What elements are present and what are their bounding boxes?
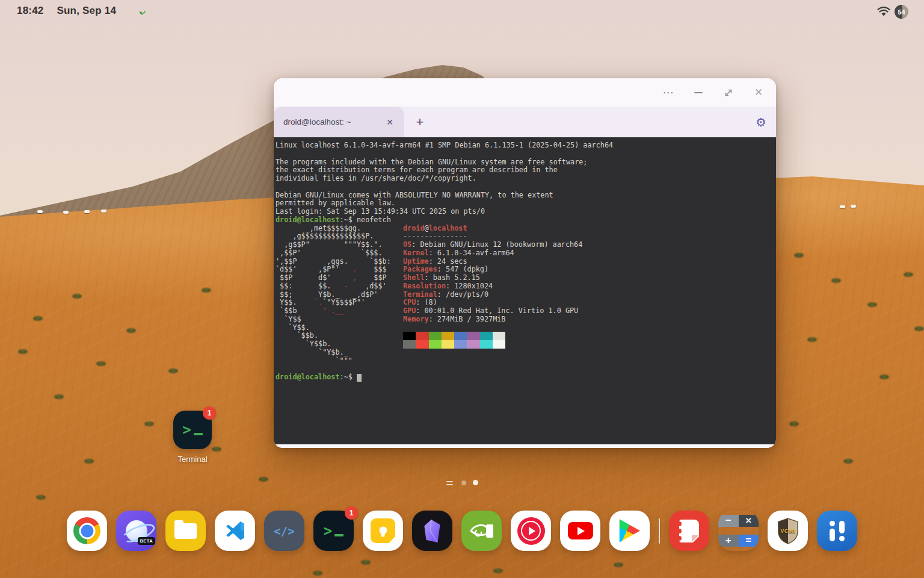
tab-title: droid@localhost: ~ (283, 117, 381, 126)
terminal-window: ⋯ ✕ droid@localhost: ~ ✕ + ⚙ (274, 78, 776, 448)
vcmi-label: VCMI (780, 528, 795, 534)
code-brackets-icon: </> (274, 524, 294, 538)
multiply-glyph: × (739, 515, 759, 527)
wifi-icon (877, 7, 890, 17)
prompt-glyph-icon: > (182, 423, 202, 437)
page-dot-1[interactable] (461, 480, 466, 485)
maximize-button[interactable] (722, 86, 735, 99)
window-bottom-edge (274, 444, 776, 448)
dock-icon-calculator[interactable]: − × + = (718, 511, 759, 551)
neofetch-block: _,met$$$$$gg. ,g$$$$$$$$$$$$$$$P. ,g$$P"… (276, 225, 776, 365)
home-panel-icon[interactable] (446, 481, 453, 485)
dock-icon-google-keep[interactable] (363, 511, 403, 551)
page-dot-2-active[interactable] (473, 480, 478, 485)
folder-icon (174, 523, 197, 539)
neofetch-info: droid@localhost---------------OS: Debian… (403, 225, 582, 349)
close-button[interactable]: ✕ (752, 86, 765, 99)
dock-icon-samsung-internet-beta[interactable]: BETA (116, 511, 156, 551)
dock-divider (659, 518, 660, 544)
dock-icon-play-store[interactable] (609, 511, 650, 551)
battery-indicator: 54 (895, 5, 908, 19)
minus-glyph: − (718, 515, 739, 527)
desktop: 18:42 Sun, Sep 14 54 ⋯ (0, 0, 924, 578)
dock-icon-acode[interactable]: </> (264, 511, 304, 551)
dock-icon-samsung-notes[interactable] (669, 511, 709, 551)
dock-icon-vcmi[interactable]: VCMI (768, 511, 808, 551)
text-cursor (357, 374, 362, 382)
dock-icon-chrome[interactable] (67, 511, 107, 551)
clock: 18:42 (17, 5, 43, 17)
dock-icon-youtube[interactable] (560, 511, 600, 551)
prompt-glyph-icon: > (324, 524, 343, 538)
beta-badge: BETA (138, 537, 155, 545)
dock-icon-vs-code[interactable] (215, 511, 255, 551)
date: Sun, Sep 14 (57, 5, 116, 17)
keep-note-icon (371, 518, 395, 543)
plus-glyph: + (718, 535, 739, 547)
shell-prompt: droid@localhost:~$ (276, 373, 776, 382)
page-indicator[interactable] (0, 479, 924, 488)
window-titlebar[interactable]: ⋯ ✕ (274, 78, 776, 107)
play-store-icon (618, 518, 641, 544)
minimize-icon (694, 92, 703, 93)
dock-icon-obsidian[interactable] (412, 511, 452, 551)
dock: BETA </> > 1 (67, 511, 857, 551)
dock-icon-info-app[interactable] (817, 511, 857, 551)
terminal-output[interactable]: Linux localhost 6.1.0-34-avf-arm64 #1 SM… (274, 137, 776, 444)
chrome-icon (73, 517, 100, 544)
dock-icon-youtube-music[interactable] (511, 511, 551, 551)
nvidia-eye-icon (468, 522, 496, 540)
notes-icon (679, 520, 699, 542)
vscode-icon (223, 518, 248, 544)
notification-badge: 1 (345, 506, 358, 520)
youtube-icon (568, 522, 593, 539)
terminal-icon[interactable]: > 1 (173, 411, 212, 449)
status-cluster[interactable]: 54 (877, 5, 908, 19)
more-options-button[interactable]: ⋯ (662, 86, 675, 99)
dock-icon-my-files[interactable] (165, 511, 206, 551)
notification-badge: 1 (203, 406, 216, 420)
dock-icon-terminal[interactable]: > 1 (313, 511, 354, 551)
resize-icon (723, 87, 734, 98)
desktop-shortcut-terminal[interactable]: > 1 Terminal (173, 411, 212, 464)
terminal-color-palette (403, 332, 582, 349)
notification-sprout-icon (138, 8, 147, 16)
minimize-button[interactable] (692, 86, 705, 99)
tab-close-icon[interactable]: ✕ (381, 115, 398, 129)
terminal-tab[interactable]: droid@localhost: ~ ✕ (274, 107, 404, 137)
obsidian-gem-icon (421, 518, 444, 544)
new-tab-button[interactable]: + (404, 107, 436, 137)
youtube-music-icon (517, 517, 545, 545)
tab-bar: droid@localhost: ~ ✕ + ⚙ (274, 107, 776, 137)
dock-icon-nvidia[interactable] (461, 511, 502, 551)
settings-gear-icon[interactable]: ⚙ (756, 107, 766, 137)
terminal-banner: Linux localhost 6.1.0-34-avf-arm64 #1 SM… (276, 141, 776, 225)
i-exclamation-icon (830, 521, 845, 541)
status-bar: 18:42 Sun, Sep 14 54 (0, 0, 924, 24)
equals-glyph: = (739, 535, 759, 547)
shortcut-label: Terminal (173, 455, 212, 464)
